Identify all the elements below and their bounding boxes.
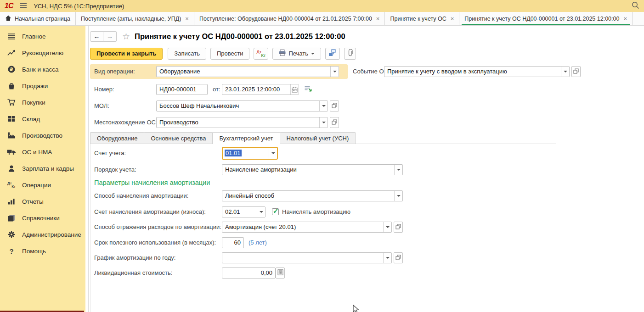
sidebar-item-administrirovanie[interactable]: Администрирование bbox=[0, 226, 85, 243]
mol-label: МОЛ: bbox=[94, 100, 109, 111]
tab-label: Принятие к учету ОС НД00-000001 от 23.01… bbox=[464, 16, 619, 22]
svg-text:₽: ₽ bbox=[10, 67, 13, 72]
tab-buhgalterskiy-uchet[interactable]: Бухгалтерский учет bbox=[212, 132, 280, 144]
mol-combo[interactable]: Боссов Шеф Начальникович bbox=[156, 100, 328, 111]
dropdown-arrow-icon[interactable] bbox=[561, 67, 569, 77]
number-label: Номер: bbox=[94, 84, 114, 95]
number-input[interactable]: НД00-000001 bbox=[156, 84, 208, 95]
location-combo[interactable]: Производство bbox=[156, 117, 328, 128]
person-icon bbox=[7, 165, 16, 172]
tab-osnovnye-sredstva[interactable]: Основные средства bbox=[144, 132, 213, 144]
bar-chart-icon bbox=[7, 198, 16, 205]
operation-kind-label: Вид операции: bbox=[94, 66, 135, 77]
post-button[interactable]: Провести bbox=[210, 48, 250, 60]
dropdown-arrow-icon[interactable] bbox=[330, 67, 339, 77]
printer-icon bbox=[279, 50, 286, 57]
sidebar-item-pomosch[interactable]: ? Помощь bbox=[0, 243, 85, 259]
structure-icon bbox=[328, 49, 337, 58]
sidebar-item-zarplata[interactable]: Зарплата и кадры bbox=[0, 160, 85, 177]
back-button[interactable]: ← bbox=[90, 31, 103, 42]
document-form: ← → ☆ Принятие к учету ОС НД00-000001 от… bbox=[90, 26, 644, 312]
main-menu-icon[interactable] bbox=[19, 3, 27, 10]
expense-method-combo[interactable]: Амортизация (счет 20.01) bbox=[222, 222, 392, 233]
menu-lines-icon bbox=[7, 33, 16, 39]
location-label: Местонахождение ОС: bbox=[94, 117, 158, 128]
search-icon[interactable] bbox=[632, 1, 639, 11]
salvage-calculator-button[interactable] bbox=[276, 267, 285, 279]
gear-icon bbox=[7, 231, 16, 238]
factory-icon bbox=[7, 132, 16, 139]
dropdown-arrow-icon[interactable] bbox=[394, 191, 402, 201]
accrue-depreciation-label[interactable]: Начислять амортизацию bbox=[282, 208, 350, 215]
operation-kind-combo[interactable]: Оборудование bbox=[156, 66, 339, 77]
dropdown-arrow-icon[interactable] bbox=[394, 165, 402, 175]
ruble-circle-icon: ₽ bbox=[7, 66, 16, 73]
attachments-button[interactable] bbox=[344, 48, 356, 60]
tab-postuplenie-doc[interactable]: Поступление: Оборудование НД00-000004 от… bbox=[194, 12, 385, 25]
open-link-icon bbox=[395, 224, 401, 231]
open-link-icon bbox=[573, 68, 579, 75]
set-current-date-icon[interactable] bbox=[304, 85, 312, 95]
account-label: Счет учета: bbox=[94, 148, 126, 159]
method-combo[interactable]: Линейный способ bbox=[222, 190, 403, 201]
warehouse-grid-icon bbox=[7, 116, 16, 122]
sidebar-item-otchety[interactable]: Отчеты bbox=[0, 193, 85, 210]
tab-prinyatie-doc-active[interactable]: Принятие к учету ОС НД00-000001 от 23.01… bbox=[459, 12, 633, 25]
schedule-open-button[interactable] bbox=[394, 252, 403, 263]
sidebar-item-rukovoditelyu[interactable]: Руководителю bbox=[0, 45, 85, 61]
sidebar-item-prodazhi[interactable]: Продажи bbox=[0, 78, 85, 94]
dropdown-arrow-icon[interactable] bbox=[257, 207, 265, 217]
location-open-button[interactable] bbox=[330, 117, 339, 128]
calculator-icon bbox=[277, 269, 283, 277]
account-combo[interactable]: 01.01 bbox=[222, 147, 278, 160]
sidebar-item-os-nma[interactable]: ОС и НМА bbox=[0, 144, 85, 160]
tab-postuplenie-list[interactable]: Поступление (акты, накладные, УПД) × bbox=[76, 12, 194, 25]
window-title: УСН, НДС 5% (1С:Предприятие) bbox=[34, 3, 124, 10]
document-structure-button[interactable] bbox=[325, 48, 340, 60]
os-event-open-button[interactable] bbox=[571, 66, 581, 77]
salvage-input[interactable]: 0,00 bbox=[222, 267, 276, 279]
date-input[interactable]: 23.01.2025 12:00:00 bbox=[222, 84, 299, 95]
close-icon[interactable]: × bbox=[451, 15, 454, 22]
favorite-star-icon[interactable]: ☆ bbox=[122, 31, 130, 42]
save-button[interactable]: Записать bbox=[168, 48, 206, 60]
books-icon bbox=[7, 214, 16, 222]
forward-button[interactable]: → bbox=[103, 31, 117, 42]
sidebar-item-operacii[interactable]: ДтКт Операции bbox=[0, 177, 85, 193]
dropdown-arrow-icon[interactable] bbox=[269, 148, 277, 159]
order-combo[interactable]: Начисление амортизации bbox=[222, 164, 403, 175]
accrue-depreciation-checkbox[interactable]: ✓ bbox=[272, 208, 279, 215]
sidebar-item-bank-kassa[interactable]: ₽ Банк и касса bbox=[0, 61, 85, 78]
useful-life-input[interactable]: 60 bbox=[222, 237, 244, 248]
sidebar-item-pokupki[interactable]: Покупки bbox=[0, 94, 85, 111]
tab-home[interactable]: Начальная страница bbox=[0, 12, 76, 25]
sidebar-item-glavnoe[interactable]: Главное bbox=[0, 28, 85, 45]
tab-nalogovyy-uchet[interactable]: Налоговый учет (УСН) bbox=[280, 132, 356, 144]
dt-kt-postings-button[interactable]: ДтКт bbox=[254, 48, 268, 60]
useful-life-hint: (5 лет) bbox=[249, 237, 267, 248]
dropdown-arrow-icon[interactable] bbox=[319, 117, 328, 128]
close-icon[interactable]: × bbox=[185, 15, 189, 22]
schedule-combo[interactable] bbox=[222, 252, 392, 263]
tab-prinyatie-list[interactable]: Принятие к учету ОС × bbox=[385, 12, 459, 25]
close-icon[interactable]: × bbox=[623, 15, 627, 22]
sidebar-item-proizvodstvo[interactable]: Производство bbox=[0, 127, 85, 144]
calendar-icon[interactable] bbox=[290, 84, 299, 95]
sidebar-item-sklad[interactable]: Склад bbox=[0, 111, 85, 127]
print-button[interactable]: Печать bbox=[272, 48, 321, 60]
os-event-combo[interactable]: Принятие к учету с вводом в эксплуатацию bbox=[384, 66, 570, 77]
dropdown-arrow-icon[interactable] bbox=[319, 101, 328, 111]
post-and-close-button[interactable]: Провести и закрыть bbox=[90, 48, 163, 60]
1c-logo: 1С bbox=[5, 2, 13, 10]
window-tabbar: Начальная страница Поступление (акты, на… bbox=[0, 12, 644, 26]
mol-open-button[interactable] bbox=[330, 100, 339, 111]
close-icon[interactable]: × bbox=[376, 15, 380, 22]
expense-method-open-button[interactable] bbox=[394, 222, 403, 233]
sidebar-item-spravochniki[interactable]: Справочники bbox=[0, 210, 85, 226]
tab-oborudovanie[interactable]: Оборудование bbox=[90, 132, 144, 144]
dropdown-arrow-icon[interactable] bbox=[383, 222, 391, 232]
depr-account-combo[interactable]: 02.01 bbox=[222, 206, 266, 217]
schedule-label: График амортизации по году: bbox=[94, 252, 175, 263]
dropdown-arrow-icon[interactable] bbox=[383, 253, 391, 263]
shopping-bag-icon bbox=[7, 83, 16, 89]
